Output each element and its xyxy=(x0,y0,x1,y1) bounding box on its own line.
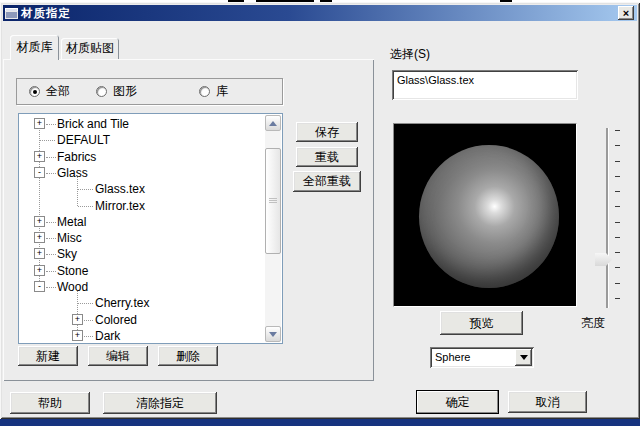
dialog-icon xyxy=(5,8,18,19)
tree-row[interactable]: + Brick and Tile xyxy=(19,116,265,132)
material-assignment-dialog: 材质指定 × 材质库 材质贴图 全部 图形 库 xyxy=(0,2,640,419)
scroll-up-icon[interactable] xyxy=(265,115,281,131)
tree-row[interactable]: + Sky xyxy=(19,246,265,262)
preview-button[interactable]: 预览 xyxy=(440,311,523,335)
delete-button[interactable]: 删除 xyxy=(158,346,218,366)
radio-all-label: 全部 xyxy=(46,83,70,100)
radio-library[interactable]: 库 xyxy=(199,83,228,100)
tree-toggle-icon[interactable]: - xyxy=(34,281,45,292)
material-library-page: 全部 图形 库 + xyxy=(3,59,374,381)
tree-row[interactable]: Glass.tex xyxy=(19,181,265,197)
edit-button[interactable]: 编辑 xyxy=(88,346,148,366)
tree-toggle-icon[interactable]: + xyxy=(34,151,45,162)
tree-row[interactable]: + Colored xyxy=(19,312,265,328)
radio-graphic-label: 图形 xyxy=(113,83,137,100)
ok-button[interactable]: 确定 xyxy=(416,390,499,414)
tree-row[interactable]: + Metal xyxy=(19,214,265,230)
tab-material-map[interactable]: 材质贴图 xyxy=(61,38,119,59)
tree-row[interactable]: - Wood xyxy=(19,279,265,295)
tree-toggle-icon[interactable]: + xyxy=(34,248,45,259)
radio-all[interactable]: 全部 xyxy=(29,83,70,100)
reload-button[interactable]: 重载 xyxy=(296,147,358,167)
radio-all-circle xyxy=(29,86,40,97)
preview-sphere xyxy=(419,145,559,288)
brightness-tick xyxy=(615,222,620,223)
brightness-tick xyxy=(615,191,620,192)
brightness-tick xyxy=(615,298,620,299)
help-button[interactable]: 帮助 xyxy=(10,392,90,414)
titlebar[interactable]: 材质指定 × xyxy=(3,5,637,21)
save-button[interactable]: 保存 xyxy=(296,122,358,142)
selection-input[interactable] xyxy=(392,70,578,100)
shape-select-value: Sphere xyxy=(435,351,470,363)
tree-row[interactable]: Mirror.tex xyxy=(19,198,265,214)
brightness-tick xyxy=(615,161,620,162)
tree-row[interactable]: - Glass xyxy=(19,165,265,181)
clear-assignment-button[interactable]: 清除指定 xyxy=(103,392,217,414)
tree-toggle-icon[interactable]: + xyxy=(34,216,45,227)
brightness-tick xyxy=(615,267,620,268)
shape-select[interactable]: Sphere xyxy=(430,347,534,368)
reload-all-button[interactable]: 全部重载 xyxy=(293,171,361,192)
radio-graphic-circle xyxy=(96,86,107,97)
tree-toggle-icon[interactable]: + xyxy=(34,232,45,243)
tree-row[interactable]: + Fabrics xyxy=(19,149,265,165)
tree-toggle-icon[interactable]: - xyxy=(34,167,45,178)
brightness-slider-track[interactable] xyxy=(606,128,608,308)
brightness-tick xyxy=(615,145,620,146)
tree-rows: + Brick and Tile DEFAULT + Fabrics xyxy=(19,114,265,343)
tree-row[interactable]: Cherry.tex xyxy=(19,295,265,311)
material-tree[interactable]: + Brick and Tile DEFAULT + Fabrics xyxy=(18,113,283,344)
scrollbar-thumb[interactable] xyxy=(265,148,281,254)
chevron-down-icon[interactable] xyxy=(515,349,532,366)
tree-scrollbar[interactable] xyxy=(265,115,281,342)
brightness-tick xyxy=(615,130,620,131)
new-button[interactable]: 新建 xyxy=(18,346,78,366)
brightness-slider-thumb[interactable] xyxy=(595,253,612,266)
tree-row[interactable]: + Dark xyxy=(19,328,265,344)
tree-row[interactable]: + Stone xyxy=(19,263,265,279)
radio-library-circle xyxy=(199,86,210,97)
tree-toggle-icon[interactable]: + xyxy=(72,330,83,341)
brightness-tick xyxy=(615,252,620,253)
brightness-tick xyxy=(615,283,620,284)
selection-label: 选择(S) xyxy=(390,46,430,63)
tree-toggle-icon[interactable]: + xyxy=(72,314,83,325)
radio-graphic[interactable]: 图形 xyxy=(96,83,137,100)
brightness-tick xyxy=(615,206,620,207)
brightness-tick xyxy=(615,176,620,177)
dialog-title: 材质指定 xyxy=(21,6,71,21)
radio-library-label: 库 xyxy=(216,83,228,100)
scroll-down-icon[interactable] xyxy=(265,326,281,342)
filter-group: 全部 图形 库 xyxy=(16,78,283,105)
tree-toggle-icon[interactable]: + xyxy=(34,118,45,129)
tree-row[interactable]: DEFAULT xyxy=(19,132,265,148)
tree-row[interactable]: + Misc xyxy=(19,230,265,246)
tree-toggle-icon[interactable]: + xyxy=(34,265,45,276)
tab-material-library[interactable]: 材质库 xyxy=(10,35,59,60)
cancel-button[interactable]: 取消 xyxy=(508,391,587,413)
screen: 材质指定 × 材质库 材质贴图 全部 图形 库 xyxy=(0,0,640,426)
bottom-bar xyxy=(0,419,640,426)
close-icon[interactable]: × xyxy=(618,6,634,20)
brightness-label: 亮度 xyxy=(581,315,605,332)
material-preview xyxy=(393,123,577,307)
brightness-tick xyxy=(615,237,620,238)
